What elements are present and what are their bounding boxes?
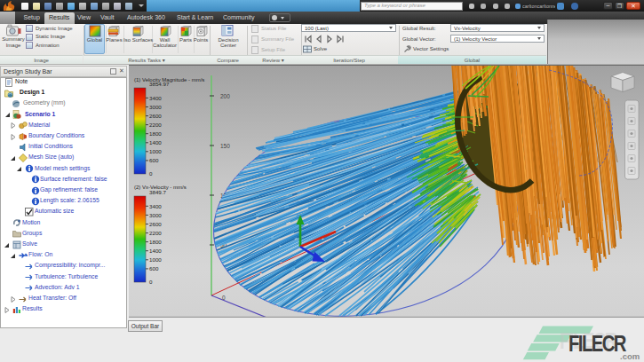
svg-text:200: 200 <box>220 93 230 99</box>
svg-text:(1) Velocity Magnitude - mm/s: (1) Velocity Magnitude - mm/s <box>134 77 204 83</box>
svg-text:1000: 1000 <box>149 148 162 154</box>
svg-text:3400: 3400 <box>149 203 162 209</box>
svg-text:0: 0 <box>149 170 153 177</box>
svg-text:600: 600 <box>149 157 159 163</box>
svg-text:3854.97: 3854.97 <box>149 81 170 87</box>
svg-text:3000: 3000 <box>149 104 162 110</box>
svg-text:2200: 2200 <box>149 230 162 236</box>
svg-text:1000: 1000 <box>149 256 162 263</box>
svg-text:1400: 1400 <box>149 248 162 254</box>
svg-text:2200: 2200 <box>149 122 162 128</box>
svg-text:3849.7: 3849.7 <box>149 189 166 195</box>
svg-text:1800: 1800 <box>149 130 162 137</box>
svg-text:150: 150 <box>220 143 230 149</box>
svg-text:2600: 2600 <box>149 221 162 227</box>
svg-text:FILECR: FILECR <box>568 331 627 357</box>
svg-text:3000: 3000 <box>149 212 162 218</box>
svg-text:3400: 3400 <box>149 95 162 101</box>
svg-text:0: 0 <box>222 295 226 301</box>
svg-text:0: 0 <box>149 279 153 285</box>
svg-text:600: 600 <box>149 265 159 272</box>
svg-text:2600: 2600 <box>149 113 162 119</box>
svg-text:.com: .com <box>620 351 640 361</box>
svg-text:1800: 1800 <box>149 239 162 245</box>
svg-text:1400: 1400 <box>149 139 162 146</box>
